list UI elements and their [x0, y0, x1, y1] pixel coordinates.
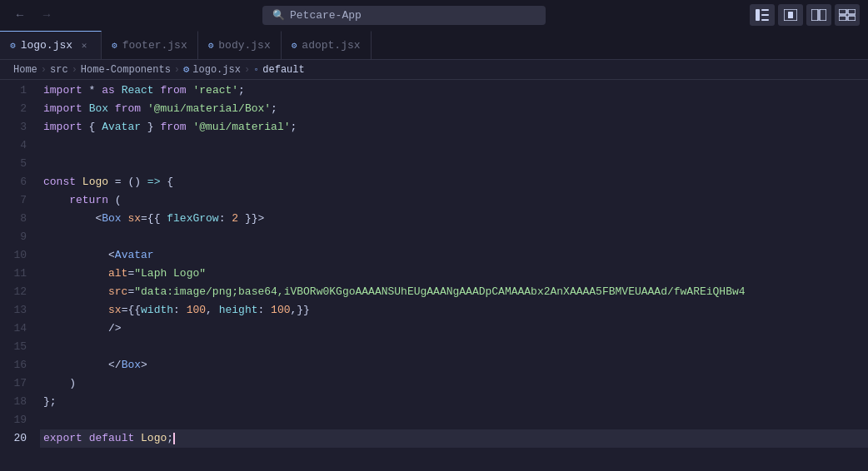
line-num-18: 18 [0, 393, 27, 411]
code-line-20: export default Logo; [40, 429, 868, 448]
svg-rect-3 [761, 19, 769, 21]
tab-logo-label: logo.jsx [21, 39, 72, 52]
svg-rect-8 [839, 9, 846, 14]
tab-logo-icon: ⚙ [10, 40, 16, 51]
titlebar-nav: ← → [8, 3, 58, 27]
line-num-16: 16 [0, 356, 27, 374]
svg-rect-11 [848, 16, 856, 21]
breadcrumb-home[interactable]: Home [13, 64, 37, 76]
breadcrumb-home-components[interactable]: Home-Components [81, 64, 171, 76]
breadcrumb: Home › src › Home-Components › ⚙ logo.js… [0, 60, 868, 80]
svg-rect-5 [788, 12, 793, 18]
tab-adopt-label: adopt.jsx [302, 39, 360, 52]
svg-rect-1 [761, 9, 769, 11]
editor: 1 2 3 4 5 6 7 8 9 10 11 12 13 14 15 16 1… [0, 80, 868, 469]
more-layout-icon [839, 9, 856, 21]
svg-rect-7 [820, 9, 826, 21]
code-line-14: /> [40, 320, 868, 338]
breadcrumb-sep-1: › [41, 64, 47, 76]
line-num-12: 12 [0, 283, 27, 301]
breadcrumb-logo-file[interactable]: logo.jsx [192, 64, 241, 76]
code-line-19 [40, 411, 868, 429]
code-line-10: <Avatar [40, 246, 868, 265]
forward-button[interactable]: → [35, 3, 58, 27]
sidebar-toggle-button[interactable] [750, 4, 775, 26]
code-line-9 [40, 228, 868, 246]
svg-rect-10 [839, 16, 846, 21]
code-area[interactable]: import * as React from 'react'; import B… [40, 80, 868, 469]
breadcrumb-sep-4: › [244, 64, 250, 76]
code-line-3: import { Avatar } from '@mui/material'; [40, 118, 868, 136]
more-layout-button[interactable] [835, 4, 860, 26]
tabs-bar: ⚙ logo.jsx ✕ ⚙ footer.jsx ⚙ body.jsx ⚙ a… [0, 30, 868, 60]
line-num-5: 5 [0, 155, 27, 173]
tab-body[interactable]: ⚙ body.jsx [198, 31, 282, 59]
code-line-15 [40, 338, 868, 356]
line-num-15: 15 [0, 338, 27, 356]
code-line-4 [40, 136, 868, 155]
line-num-10: 10 [0, 246, 27, 265]
line-num-19: 19 [0, 411, 27, 429]
search-text: Petcare-App [290, 9, 362, 22]
tab-adopt[interactable]: ⚙ adopt.jsx [282, 31, 372, 59]
tab-footer-label: footer.jsx [122, 39, 187, 52]
tab-footer-icon: ⚙ [112, 40, 117, 51]
code-line-11: alt="Laph Logo" [40, 265, 868, 283]
search-icon: 🔍 [272, 9, 285, 22]
split-editor-button[interactable] [806, 4, 831, 26]
editor-layout-icon [784, 9, 797, 21]
line-num-9: 9 [0, 228, 27, 246]
tab-body-label: body.jsx [218, 39, 270, 52]
tab-logo-close[interactable]: ✕ [77, 39, 91, 52]
sidebar-toggle-icon [756, 9, 769, 21]
line-num-3: 3 [0, 118, 27, 136]
svg-rect-6 [811, 9, 818, 21]
code-line-6: const Logo = () => { [40, 173, 868, 191]
breadcrumb-src[interactable]: src [50, 64, 68, 76]
code-line-16: </Box> [40, 356, 868, 374]
code-line-7: return ( [40, 191, 868, 210]
search-bar: 🔍 Petcare-App [65, 6, 743, 25]
titlebar-actions [750, 4, 860, 26]
breadcrumb-sep-3: › [174, 64, 180, 76]
line-num-13: 13 [0, 301, 27, 320]
code-line-18: }; [40, 393, 868, 411]
tab-footer[interactable]: ⚙ footer.jsx [102, 31, 198, 59]
code-line-13: sx={{width: 100, height: 100,}} [40, 301, 868, 320]
code-line-1: import * as React from 'react'; [40, 82, 868, 100]
line-num-8: 8 [0, 210, 27, 228]
code-line-5 [40, 155, 868, 173]
line-numbers: 1 2 3 4 5 6 7 8 9 10 11 12 13 14 15 16 1… [0, 80, 40, 469]
line-num-2: 2 [0, 100, 27, 118]
split-editor-icon [811, 9, 826, 21]
breadcrumb-default-icon: ◦ [253, 64, 259, 76]
line-num-6: 6 [0, 173, 27, 191]
code-line-2: import Box from '@mui/material/Box'; [40, 100, 868, 118]
breadcrumb-logo-icon-glyph: ⚙ [183, 63, 189, 76]
svg-rect-9 [848, 9, 856, 14]
line-num-4: 4 [0, 136, 27, 155]
tab-logo[interactable]: ⚙ logo.jsx ✕ [0, 31, 102, 59]
code-line-8: <Box sx={{ flexGrow: 2 }}> [40, 210, 868, 228]
line-num-7: 7 [0, 191, 27, 210]
code-line-12: src="data:image/png;base64,iVBORw0KGgoAA… [40, 283, 868, 301]
line-num-20: 20 [0, 429, 27, 448]
code-line-17: ) [40, 374, 868, 393]
line-num-14: 14 [0, 320, 27, 338]
line-num-1: 1 [0, 82, 27, 100]
line-num-17: 17 [0, 374, 27, 393]
line-num-11: 11 [0, 265, 27, 283]
tab-body-icon: ⚙ [208, 40, 214, 51]
breadcrumb-sep-2: › [72, 64, 77, 76]
editor-layout-button[interactable] [778, 4, 803, 26]
titlebar: ← → 🔍 Petcare-App [0, 0, 868, 30]
svg-rect-2 [761, 14, 769, 16]
tab-adopt-icon: ⚙ [292, 40, 297, 51]
search-input[interactable]: 🔍 Petcare-App [262, 6, 546, 25]
back-button[interactable]: ← [8, 3, 32, 27]
svg-rect-0 [756, 9, 760, 21]
breadcrumb-default[interactable]: default [262, 64, 304, 76]
